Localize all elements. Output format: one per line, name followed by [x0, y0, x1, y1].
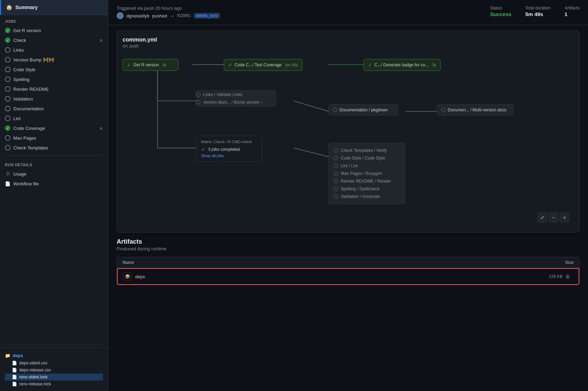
job-label: Lint [13, 116, 21, 121]
sidebar-item-lint[interactable]: Lint [0, 113, 108, 123]
file-tree-panel: 📁 deps 📄 deps-oldrel.csv 📄 deps-release.… [0, 348, 108, 391]
status-icon-success: ✓ [5, 125, 10, 131]
node-label: Version Bum... / Bump version ↑ [203, 100, 263, 105]
matrix-jobs: ✓ 3 jobs completed [201, 147, 257, 152]
sidebar-item-check-templates[interactable]: Check Templates [0, 143, 108, 153]
matrix-jobs-count: 3 jobs completed [208, 147, 240, 152]
node-right-column[interactable]: Check Templates / Verify Code Style / Co… [329, 143, 405, 204]
sidebar: 🏠 Summary Jobs ✓ Get R version ✓ Check ∨… [0, 0, 108, 391]
node-matrix-check[interactable]: Matrix: Check / R-CMD-check ✓ 3 jobs com… [196, 136, 262, 162]
node-render-readme: Render README / Render [334, 177, 400, 185]
job-label: Code Coverage [13, 126, 45, 131]
node-spelling: Spelling / Spellcheck [334, 185, 400, 193]
file-tree-item[interactable]: 📄 renv-release.lock [5, 381, 103, 388]
sidebar-item-links[interactable]: Links [0, 45, 108, 55]
file-tree-item[interactable]: 📄 deps-release.csv [5, 367, 103, 374]
commit-hash: f028f91 [177, 13, 191, 18]
job-label: Version Bump 🚧🚧 [13, 57, 54, 62]
job-label: Spelling [13, 77, 29, 82]
sidebar-divider [5, 155, 103, 156]
sidebar-item-check[interactable]: ✓ Check ∨ [0, 35, 108, 45]
node-check-templates: Check Templates / Verify [334, 147, 400, 154]
sidebar-item-validation[interactable]: Validation [0, 94, 108, 104]
folder-name: deps [13, 353, 23, 358]
node-time: 0s [162, 63, 167, 67]
summary-label: Summary [15, 5, 38, 10]
artifacts-table-header: Name Size [117, 257, 579, 268]
pending-circle-icon [334, 194, 338, 199]
sidebar-run-item-usage[interactable]: ⏱ Usage [0, 169, 108, 179]
sidebar-item-version-bump[interactable]: Version Bump 🚧🚧 [0, 55, 108, 65]
run-item-label: Workflow file [13, 181, 39, 186]
node-documentation-multi[interactable]: Documen... / Multi-version docs [437, 104, 514, 116]
node-time: 3m 30s [285, 63, 298, 67]
node-documentation-pkgdown[interactable]: Documentation / pkgdown [329, 104, 398, 116]
svg-line-8 [294, 148, 329, 157]
job-label: Man Pages [13, 135, 36, 141]
pending-circle-icon [196, 100, 200, 104]
sidebar-item-documentation[interactable]: Documentation [0, 104, 108, 113]
status-icon-success: ✓ [5, 28, 10, 33]
status-icon-skipped [5, 116, 10, 121]
sidebar-item-spelling[interactable]: Spelling [0, 74, 108, 84]
file-icon: 📄 [12, 382, 17, 386]
artifact-delete-button[interactable]: 🗑 [563, 274, 573, 279]
node-label: Get R version [133, 62, 159, 67]
sidebar-item-render-readme[interactable]: Render README [0, 84, 108, 94]
artifact-row-deps[interactable]: 📦 deps 128 KB 🗑 [117, 268, 579, 285]
sidebar-item-code-coverage[interactable]: ✓ Code Coverage ∨ [0, 123, 108, 133]
run-details-title: Run details [0, 158, 108, 169]
node-code-coverage[interactable]: ✓ Code C.../ Test Coverage 3m 30s [224, 59, 302, 71]
zoom-out-button[interactable]: − [549, 213, 558, 222]
user-name: dgrassellyb [126, 13, 149, 19]
sidebar-item-get-r-version[interactable]: ✓ Get R version [0, 25, 108, 35]
matrix-title: Matrix: Check / R-CMD-check [201, 140, 257, 144]
job-label: Get R version [13, 28, 41, 33]
file-tree-item[interactable]: 📄 deps-oldrel.csv [5, 360, 103, 367]
main-content: Triggered via push 20 hours ago 👤 dgrass… [108, 0, 588, 391]
col-name-header: Name [123, 260, 532, 265]
sidebar-item-man-pages[interactable]: Man Pages [0, 133, 108, 143]
status-meta: Status Success [490, 6, 512, 17]
pending-circle-icon [334, 156, 338, 160]
branch-link[interactable]: delete_renv [194, 13, 220, 19]
node-validation: Validation / Generate [334, 193, 400, 200]
pending-circle-icon [334, 187, 338, 191]
status-icon-skipped [5, 106, 10, 111]
node-get-r-version[interactable]: ✓ Get R version 0s [123, 59, 178, 71]
node-generate-badge[interactable]: ✓ C.../ Generate badge for co... 3s [363, 59, 441, 71]
svg-line-4 [294, 101, 329, 111]
sidebar-item-code-style[interactable]: Code Style [0, 65, 108, 74]
file-name: renv-oldrel.lock [19, 375, 47, 379]
job-label: Documentation [13, 106, 44, 111]
status-icon-skipped [5, 96, 10, 102]
zoom-expand-button[interactable]: ⤢ [537, 213, 547, 222]
col-size-header: Size [532, 260, 574, 265]
job-label: Render README [13, 87, 49, 92]
node-label: Validation / Generate [341, 194, 380, 199]
sidebar-run-item-workflow-file[interactable]: 📄 Workflow file [0, 179, 108, 189]
node-links-version[interactable]: Links / Validate Links Version Bum... / … [196, 90, 276, 106]
workflow-diagram: ✓ Get R version 0s ✓ Code C.../ Test Cov… [123, 56, 574, 227]
file-tree-item-highlighted[interactable]: 📄 renv-oldrel.lock [5, 374, 103, 381]
node-version-bump: Version Bum... / Bump version ↑ [196, 98, 276, 106]
file-icon: 📄 [5, 181, 10, 186]
zoom-in-button[interactable]: + [560, 213, 569, 222]
node-time: 3s [432, 63, 436, 67]
file-icon: 📄 [12, 361, 17, 366]
check-circle-icon: ✓ [127, 62, 131, 68]
file-name: renv-release.lock [19, 382, 51, 386]
artifacts-meta: Artifacts 1 [565, 6, 580, 17]
file-name: deps-release.csv [19, 368, 51, 372]
artifacts-title: Artifacts [117, 238, 580, 245]
artifacts-label: Artifacts [565, 6, 580, 10]
sidebar-summary[interactable]: 🏠 Summary [0, 0, 108, 15]
duration-value: 5m 49s [525, 11, 551, 17]
matrix-show-all[interactable]: Show all jobs [201, 154, 257, 158]
job-label: Check [13, 38, 26, 43]
artifacts-value: 1 [565, 11, 580, 17]
chevron-down-icon: ∨ [100, 126, 103, 131]
status-value: Success [490, 11, 512, 17]
check-circle-icon: ✓ [368, 62, 372, 68]
commit-arrow: → [170, 13, 174, 19]
